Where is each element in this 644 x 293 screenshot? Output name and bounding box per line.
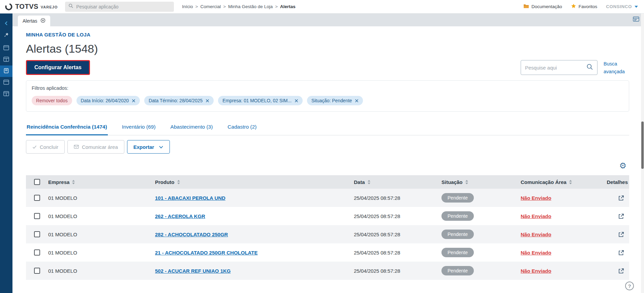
sort-icon[interactable] — [465, 180, 468, 184]
column-label: Detalhes — [607, 179, 628, 185]
product-link[interactable]: 101 - ABACAXI PEROLA UND — [155, 195, 225, 201]
filter-chips: Remover todos Data Início: 26/04/2020 Da… — [32, 96, 623, 105]
close-icon[interactable] — [295, 99, 298, 103]
app-search[interactable] — [65, 2, 174, 12]
favorites-label: Favoritos — [579, 4, 597, 9]
applied-filters-panel: Filtros aplicados: Remover todos Data In… — [26, 80, 629, 112]
advanced-search-link[interactable]: Busca avançada — [604, 60, 629, 76]
product-link[interactable]: 262 - ACEROLA KGR — [155, 213, 205, 219]
chevron-down-icon — [635, 6, 638, 8]
breadcrumb-item-comercial[interactable]: Comercial — [200, 4, 221, 9]
gear-icon[interactable]: ⚙ — [619, 162, 626, 170]
sort-icon[interactable] — [368, 180, 370, 184]
scrollbar[interactable] — [641, 14, 644, 293]
details-external-link-icon[interactable] — [618, 268, 624, 274]
product-link[interactable]: 502 - ACUCAR REF UNIAO 1KG — [155, 268, 231, 274]
page-title: Alertas (1548) — [26, 42, 629, 55]
communicate-area-button[interactable]: Comunicar área — [67, 140, 124, 154]
status-badge: Pendente — [441, 211, 474, 221]
grid-icon — [3, 91, 9, 98]
table-row: 01 MODELO 282 - ACHOCOLATADO 250GR 25/04… — [26, 225, 629, 243]
column-header-comunicacao-area[interactable]: Comunicação Área — [521, 179, 605, 185]
sidebar-pin-button[interactable] — [0, 30, 12, 41]
sidebar-item-5[interactable] — [0, 88, 12, 100]
sidebar-item-2[interactable] — [0, 54, 12, 65]
cell-empresa: 01 MODELO — [48, 250, 155, 256]
close-icon[interactable] — [132, 99, 135, 103]
export-button[interactable]: Exportar — [127, 140, 170, 154]
chevron-left-icon — [4, 21, 9, 27]
close-icon[interactable] — [206, 99, 209, 103]
cell-data: 25/04/2025 08:57:28 — [354, 195, 441, 201]
tab-cadastro[interactable]: Cadastro (2) — [227, 120, 257, 135]
column-label: Produto — [155, 179, 175, 185]
row-checkbox[interactable] — [34, 213, 40, 219]
tab-inventario[interactable]: Inventário (69) — [121, 120, 156, 135]
tab-close-icon[interactable] — [40, 18, 45, 24]
row-checkbox[interactable] — [34, 249, 40, 256]
column-header-data[interactable]: Data — [354, 179, 441, 185]
user-menu[interactable]: CONSINCO — [606, 4, 638, 9]
scrollbar-thumb[interactable] — [641, 122, 644, 169]
filters-label: Filtros aplicados: — [32, 85, 623, 91]
column-header-detalhes: Detalhes — [605, 179, 629, 185]
status-badge: Pendente — [441, 230, 474, 239]
close-icon[interactable] — [355, 99, 359, 103]
page-search[interactable] — [521, 60, 597, 75]
communication-status-link[interactable]: Não Enviado — [521, 213, 551, 219]
details-external-link-icon[interactable] — [618, 249, 624, 256]
sidebar-item-1[interactable] — [0, 43, 12, 54]
tab-strip: Alertas — [12, 14, 644, 26]
communication-status-link[interactable]: Não Enviado — [521, 268, 551, 274]
row-checkbox[interactable] — [34, 195, 40, 201]
favorites-link[interactable]: Favoritos — [571, 3, 597, 10]
filter-chip-label: Data Término: 28/04/2025 — [149, 98, 203, 103]
details-external-link-icon[interactable] — [618, 231, 624, 238]
communication-status-link[interactable]: Não Enviado — [521, 195, 551, 201]
search-icon[interactable] — [586, 63, 593, 72]
column-header-empresa[interactable]: Empresa — [48, 179, 155, 185]
window-list-icon[interactable] — [633, 16, 639, 24]
sidebar-item-4[interactable] — [0, 77, 12, 88]
conclude-button[interactable]: Concluir — [26, 140, 65, 154]
details-external-link-icon[interactable] — [618, 195, 624, 201]
sort-icon[interactable] — [177, 180, 180, 184]
configure-alerts-button[interactable]: Configurar Alertas — [26, 60, 90, 75]
column-header-situacao[interactable]: Situação — [441, 179, 521, 185]
column-label: Data — [354, 179, 365, 185]
sort-icon[interactable] — [569, 180, 572, 184]
tab-reincidencia-conferencia[interactable]: Reincidência Conferência (1474) — [26, 120, 108, 135]
breadcrumb-separator: > — [195, 4, 198, 9]
brand-product: VAREJO — [41, 5, 58, 9]
totvs-logo[interactable]: TOTVS VAREJO — [5, 3, 58, 11]
breadcrumb-item-inicio[interactable]: Início — [182, 4, 193, 9]
tab-abastecimento[interactable]: Abastecimento (3) — [170, 120, 214, 135]
documentation-link[interactable]: Documentação — [523, 4, 562, 9]
filter-chip-label: Empresa: 01 MODELO, 02 SIM... — [222, 98, 292, 103]
column-header-produto[interactable]: Produto — [155, 179, 354, 185]
page-search-input[interactable] — [525, 65, 584, 71]
breadcrumb-item-minha-gestao[interactable]: Minha Gestão de Loja — [228, 4, 273, 9]
communicate-label: Comunicar área — [82, 144, 118, 150]
cell-empresa: 01 MODELO — [48, 232, 155, 237]
table-row: 01 MODELO 262 - ACEROLA KGR 25/04/2025 0… — [26, 207, 629, 225]
help-button[interactable]: ? — [625, 282, 634, 290]
product-link[interactable]: 21 - ACHOCOLATADO 250GR CHOLOLATE — [155, 250, 257, 256]
select-all-checkbox[interactable] — [34, 179, 40, 185]
grid-icon — [3, 57, 9, 63]
row-checkbox[interactable] — [34, 231, 40, 237]
app-search-input[interactable] — [76, 4, 171, 9]
product-link[interactable]: 282 - ACHOCOLATADO 250GR — [155, 232, 228, 237]
sidebar-item-3-active[interactable] — [0, 65, 12, 77]
sidebar — [0, 14, 12, 293]
details-external-link-icon[interactable] — [618, 213, 624, 219]
sort-icon[interactable] — [72, 180, 75, 184]
remove-all-filters-chip[interactable]: Remover todos — [32, 96, 72, 105]
sidebar-collapse-button[interactable] — [0, 18, 12, 30]
communication-status-link[interactable]: Não Enviado — [521, 250, 551, 256]
row-checkbox[interactable] — [34, 268, 40, 274]
communication-status-link[interactable]: Não Enviado — [521, 232, 551, 237]
tab-alertas[interactable]: Alertas — [18, 16, 50, 26]
column-label: Comunicação Área — [521, 179, 566, 185]
cell-data: 25/04/2025 08:57:28 — [354, 213, 441, 219]
